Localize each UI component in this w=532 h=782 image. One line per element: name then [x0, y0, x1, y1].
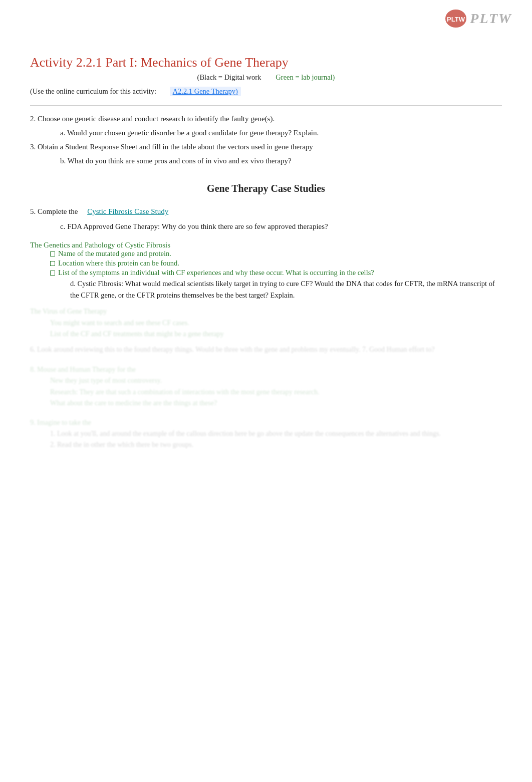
bullet-square-icon-3 [50, 271, 55, 276]
cf-bullet-3-text: List of the symptoms an individual with … [58, 269, 502, 277]
main-title: Activity 2.2.1 Part I: Mechanics of Gene… [30, 55, 502, 70]
blurred-bullet-1a: You might want to search and see these C… [50, 318, 502, 329]
cf-bullet-2: Location where this protein can be found… [50, 259, 502, 268]
bullet-square-icon-2 [50, 261, 55, 266]
pltw-logo-icon: PLTW [445, 9, 467, 28]
item-d-block: d. Cystic Fibrosis: What would medical s… [70, 278, 502, 301]
case-study-section: 5. Complete the Cystic Fibrosis Case Stu… [30, 205, 502, 233]
divider-top [30, 105, 502, 106]
blurred-black-1: 6. Look around reviewing this to the fou… [30, 344, 502, 355]
blurred-section-1: The Virus of Gene Therapy You might want… [30, 306, 502, 340]
subtitle-black: (Black = Digital work [197, 73, 261, 81]
blurred-black-text-1: 6. Look around reviewing this to the fou… [30, 344, 502, 355]
blurred-bullet-2b: Research: They are that such a combinati… [50, 387, 502, 398]
use-line-prefix: (Use the online curriculum for this acti… [30, 87, 156, 96]
logo-area: PLTW PLTW [445, 9, 512, 28]
blurred-section-3: 9. Imagine to take the 1. Look at you'll… [30, 417, 502, 451]
cf-genetics-heading: The Genetics and Pathology of Cystic Fib… [30, 241, 502, 249]
blurred-section-2: 8. Mouse and Human Therapy for the New t… [30, 364, 502, 409]
subtitle-line: (Black = Digital work Green = lab journa… [30, 73, 502, 82]
item-d-text: d. Cystic Fibrosis: What would medical s… [70, 280, 495, 299]
bullet-square-icon-1 [50, 251, 55, 256]
gene-therapy-link[interactable]: A2.2.1 Gene Therapy) [170, 87, 241, 96]
section-heading: Gene Therapy Case Studies [30, 183, 502, 194]
blurred-heading-2: 8. Mouse and Human Therapy for the [30, 364, 502, 375]
blurred-bullet-2c: What about the care to medicine the are … [50, 398, 502, 409]
svg-text:PLTW: PLTW [447, 16, 465, 23]
blurred-heading-1: The Virus of Gene Therapy [30, 306, 502, 317]
cf-bullet-1-text: Name of the mutated gene and protein. [58, 249, 502, 258]
cf-genetics-block: The Genetics and Pathology of Cystic Fib… [30, 241, 502, 301]
instruction-item3: 3. Obtain a Student Response Sheet and f… [30, 141, 502, 153]
blurred-bullet-1b: List of the CF and CF treatments that mi… [50, 329, 502, 340]
instruction-item2a: a. Would your chosen genetic disorder be… [60, 127, 502, 139]
use-line: (Use the online curriculum for this acti… [30, 87, 502, 96]
blurred-heading-3: 9. Imagine to take the [30, 417, 502, 428]
instructions-section: 2. Choose one genetic disease and conduc… [30, 113, 502, 167]
blurred-item-3a: 1. Look at you'll, and around the exampl… [50, 428, 502, 439]
cf-bullet-2-text: Location where this protein can be found… [58, 259, 502, 268]
item5-prefix: 5. Complete the [30, 207, 78, 215]
blurred-item-3b: 2. Read the in other the which there be … [50, 439, 502, 450]
cf-bullet-list: Name of the mutated gene and protein. Lo… [30, 249, 502, 277]
cystic-fibrosis-case-study-link[interactable]: Cystic Fibrosis Case Study [87, 207, 168, 215]
subtitle-green: Green = lab journal) [276, 73, 335, 81]
item5c: c. FDA Approved Gene Therapy: Why do you… [60, 220, 502, 233]
logo-text: PLTW [470, 11, 512, 27]
item5-line: 5. Complete the Cystic Fibrosis Case Stu… [30, 205, 502, 218]
instruction-item2: 2. Choose one genetic disease and conduc… [30, 113, 502, 125]
cf-bullet-3: List of the symptoms an individual with … [50, 269, 502, 277]
instruction-item3b: b. What do you think are some pros and c… [60, 155, 502, 167]
blurred-bullet-2a: New they just type of most controversy. [50, 375, 502, 386]
cf-bullet-1: Name of the mutated gene and protein. [50, 249, 502, 258]
